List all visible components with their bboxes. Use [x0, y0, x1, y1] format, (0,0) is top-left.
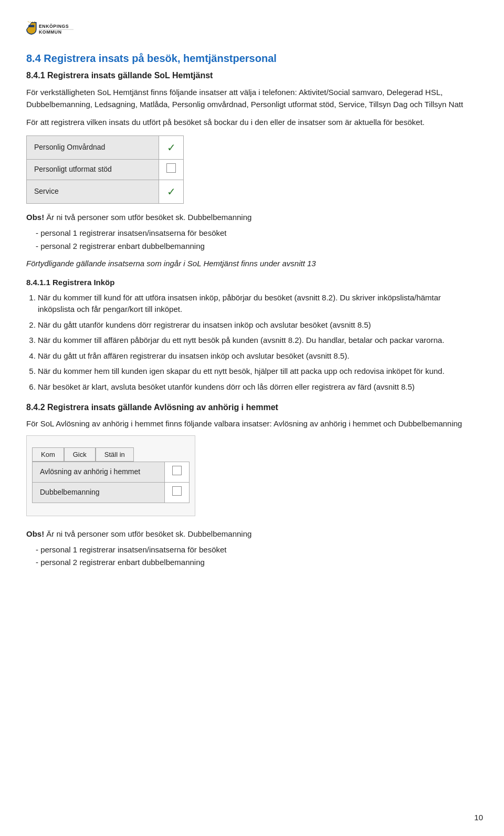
checkbox-cell[interactable]: ✓	[159, 180, 184, 203]
empty-checkbox[interactable]	[166, 163, 176, 173]
intro-paragraph: För verkställigheten SoL Hemtjänst finns…	[26, 86, 478, 111]
inkop-step-item: När du gått ut från affären registrerar …	[38, 350, 478, 362]
checkbox-label: Avlösning av anhörig i hemmet	[33, 462, 165, 482]
main-section-title: 8.4 Registrera insats på besök, hemtjäns…	[26, 50, 478, 66]
bullet-item: - personal 1 registrerar insatsen/insats…	[36, 227, 478, 239]
empty-checkbox[interactable]	[172, 466, 182, 475]
obs-label-2: Obs! Är ni två personer som utför besöke…	[26, 529, 251, 538]
button-row: KomGickStäll in	[32, 447, 190, 462]
subsection-8411-title: 8.4.1.1 Registrera Inköp	[26, 277, 478, 289]
bullet-item: - personal 2 registrerar enbart dubbelbe…	[36, 557, 478, 569]
bullet-list-1: - personal 1 registrerar insatsen/insats…	[36, 227, 478, 252]
section-842-text: För SoL Avlösning av anhörig i hemmet fi…	[26, 417, 478, 430]
checkmark-icon: ✓	[167, 142, 176, 153]
instruction-paragraph: För att registrera vilken insats du utfö…	[26, 116, 478, 128]
obs-paragraph-1: Obs! Är ni två personer som utför besöke…	[26, 211, 478, 223]
inkop-step-item: När du kommer till affären påbörjar du e…	[38, 335, 478, 347]
insats-checkbox-table: Personlig Omvårdnad✓Personligt utformat …	[26, 135, 184, 204]
inkop-step-item: När du kommer hem till kunden igen skapa…	[38, 365, 478, 378]
empty-checkbox[interactable]	[172, 486, 182, 496]
inkop-step-item: När du gått utanför kundens dörr registr…	[38, 319, 478, 331]
logo-area: ENKÖPINGS KOMMUN	[26, 16, 89, 41]
ui-action-button[interactable]: Gick	[64, 447, 96, 462]
subsection-842-title: 8.4.2 Registrera insats gällande Avlösni…	[26, 401, 478, 414]
obs-label-1: Obs! Är ni två personer som utför besöke…	[26, 213, 251, 222]
ui-action-button[interactable]: Kom	[32, 447, 64, 462]
bullet-item: - personal 1 registrerar insatsen/insats…	[36, 544, 478, 556]
inkop-step-item: När du kommer till kund för att utföra i…	[38, 292, 478, 316]
checkbox-label: Dubbelbemanning	[33, 482, 165, 503]
checkbox-label: Personligt utformat stöd	[27, 159, 159, 180]
inkop-steps-list: När du kommer till kund för att utföra i…	[38, 292, 478, 393]
italic-note: Förtydligande gällande insatserna som in…	[26, 257, 478, 269]
checkbox-cell[interactable]	[165, 482, 190, 503]
checkbox-cell[interactable]	[159, 159, 184, 180]
svg-text:KOMMUN: KOMMUN	[39, 29, 61, 35]
logo-svg: ENKÖPINGS KOMMUN	[26, 16, 89, 41]
ui-action-button[interactable]: Ställ in	[96, 447, 134, 462]
checkbox-label: Service	[27, 180, 159, 203]
insats-checkbox-table-2: Avlösning av anhörig i hemmetDubbelbeman…	[32, 462, 190, 503]
ui-frame: KomGickStäll in Avlösning av anhörig i h…	[26, 435, 195, 516]
checkmark-icon: ✓	[167, 186, 176, 197]
bullet-item: - personal 2 registrerar enbart dubbelbe…	[36, 241, 478, 253]
bullet-list-2: - personal 1 registrerar insatsen/insats…	[36, 544, 478, 569]
inkop-step-item: När besöket är klart, avsluta besöket ut…	[38, 381, 478, 393]
checkbox-label: Personlig Omvårdnad	[27, 135, 159, 159]
page-header: ENKÖPINGS KOMMUN	[26, 16, 478, 41]
checkbox-cell[interactable]: ✓	[159, 135, 184, 159]
subsection-841-title: 8.4.1 Registrera insats gällande SoL Hem…	[26, 69, 478, 82]
obs-paragraph-2: Obs! Är ni två personer som utför besöke…	[26, 528, 478, 540]
svg-text:ENKÖPINGS: ENKÖPINGS	[39, 24, 69, 29]
checkbox-cell[interactable]	[165, 462, 190, 482]
